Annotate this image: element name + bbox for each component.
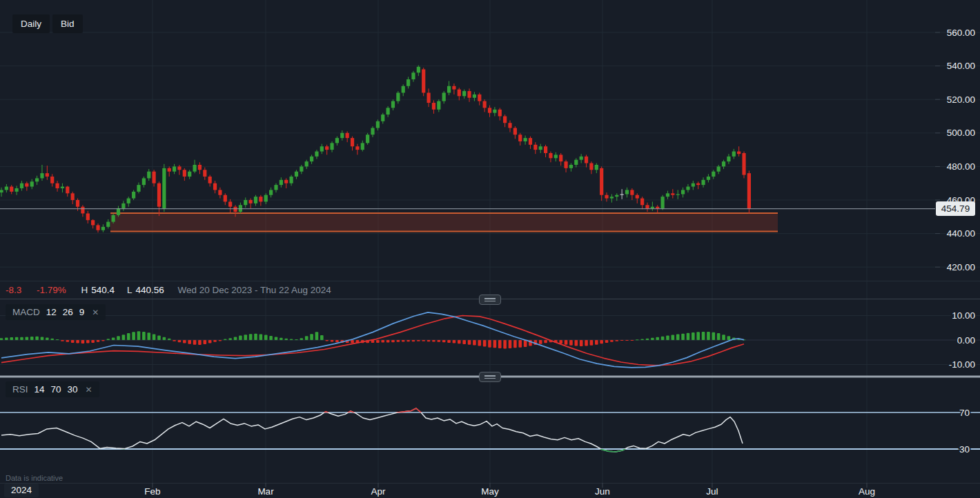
macd-panel-resize-handle[interactable] (479, 295, 501, 305)
macd-indicator-chip[interactable]: MACD 12 26 9 ✕ (6, 304, 106, 320)
price-axis-labels[interactable]: 560.00540.00520.00500.00480.00460.00440.… (947, 28, 975, 272)
rsi-close-icon[interactable]: ✕ (86, 385, 92, 395)
trading-chart-window: 560.00540.00520.00500.00480.00460.00440.… (0, 0, 980, 498)
svg-text:0.00: 0.00 (957, 335, 975, 346)
macd-param-fast: 12 (46, 307, 57, 317)
macd-param-signal: 9 (79, 307, 85, 317)
timeframe-daily-button[interactable]: Daily (12, 14, 50, 33)
price-change: -8.3 (6, 285, 21, 295)
time-axis[interactable]: FebMarAprMayJunJulAug (144, 483, 875, 497)
svg-text:May: May (481, 486, 499, 497)
candlesticks (0, 66, 751, 233)
svg-text:480.00: 480.00 (947, 161, 975, 172)
macd-label: MACD (12, 307, 40, 317)
macd-close-icon[interactable]: ✕ (92, 308, 99, 317)
svg-text:Jun: Jun (595, 486, 610, 497)
rsi-label: RSI (12, 384, 28, 395)
low-value: 440.56 (135, 285, 164, 295)
year-label: 2024 (4, 484, 39, 497)
support-zone (110, 213, 778, 231)
rsi-indicator-chip[interactable]: RSI 14 70 30 ✕ (6, 381, 99, 397)
high-label: H (81, 285, 88, 295)
svg-text:Apr: Apr (371, 486, 386, 497)
chart-canvas[interactable]: 560.00540.00520.00500.00480.00460.00440.… (0, 0, 980, 498)
svg-text:Aug: Aug (859, 486, 875, 497)
svg-text:Mar: Mar (257, 486, 274, 497)
macd-param-slow: 26 (63, 307, 73, 317)
svg-text:520.00: 520.00 (947, 94, 975, 105)
svg-text:560.00: 560.00 (947, 28, 975, 38)
svg-text:-10.00: -10.00 (949, 359, 975, 370)
rsi-param-overbought: 70 (51, 384, 61, 395)
indicator-axis-labels: 10.000.00-10.007030 (949, 310, 975, 455)
status-bar: -8.3 -1.79% H540.4 L440.56 Wed 20 Dec 20… (6, 283, 331, 298)
svg-text:540.00: 540.00 (947, 61, 975, 71)
rsi-param-oversold: 30 (68, 384, 78, 395)
svg-text:10.00: 10.00 (952, 310, 975, 321)
high-value: 540.4 (91, 285, 115, 295)
gridlines (0, 0, 980, 483)
chart-toolbar: Daily Bid (12, 14, 83, 33)
price-type-bid-button[interactable]: Bid (52, 14, 83, 33)
svg-text:70: 70 (959, 408, 970, 418)
date-range: Wed 20 Dec 2023 - Thu 22 Aug 2024 (177, 285, 331, 295)
svg-text:Jul: Jul (706, 486, 718, 497)
svg-text:420.00: 420.00 (947, 262, 975, 272)
svg-text:30: 30 (959, 444, 970, 455)
data-indicative-note: Data is indicative (6, 474, 63, 482)
rsi-param-period: 14 (35, 384, 45, 395)
svg-text:440.00: 440.00 (947, 228, 975, 239)
svg-text:500.00: 500.00 (947, 128, 975, 138)
svg-text:Feb: Feb (144, 486, 160, 497)
price-change-percent: -1.79% (37, 285, 66, 295)
current-price-tag: 454.79 (936, 201, 975, 216)
rsi-panel-resize-handle[interactable] (479, 372, 501, 382)
low-label: L (127, 285, 133, 295)
